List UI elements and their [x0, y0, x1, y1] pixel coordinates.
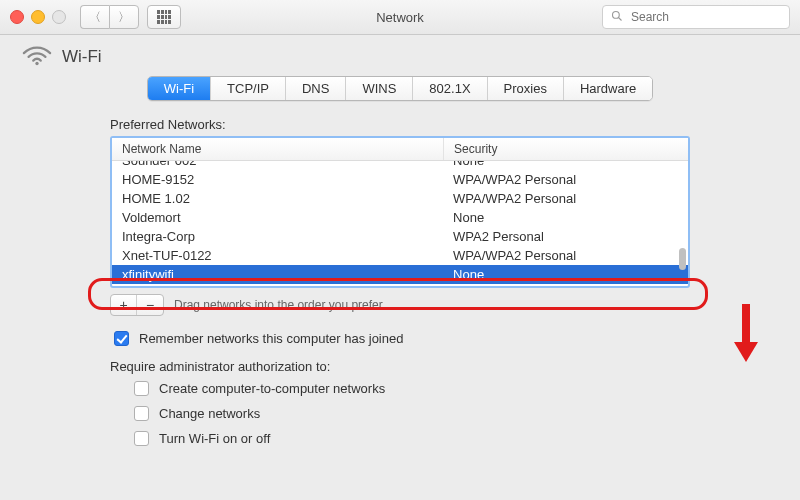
- minimize-window-button[interactable]: [31, 10, 45, 24]
- admin-checkbox[interactable]: [134, 381, 149, 396]
- cell-network-name: xfinitywifi: [112, 267, 443, 282]
- chevron-left-icon: 〈: [89, 9, 101, 26]
- table-row[interactable]: HOME 1.02WPA/WPA2 Personal: [112, 189, 688, 208]
- cell-security: None: [443, 161, 688, 168]
- pane-header: Wi-Fi: [22, 43, 800, 70]
- column-security[interactable]: Security: [444, 138, 688, 160]
- admin-checkbox-label[interactable]: Change networks: [159, 406, 260, 421]
- cell-security: WPA/WPA2 Personal: [443, 191, 688, 206]
- svg-point-2: [35, 62, 38, 65]
- cell-security: WPA/WPA2 Personal: [443, 172, 688, 187]
- cell-security: None: [443, 267, 688, 282]
- cell-network-name: Xnet-TUF-0122: [112, 248, 443, 263]
- pane-title: Wi-Fi: [62, 47, 102, 67]
- content: Wi-Fi Wi-FiTCP/IPDNSWINS802.1XProxiesHar…: [0, 35, 800, 449]
- table-actions: + − Drag networks into the order you pre…: [110, 294, 690, 316]
- window-controls: [10, 10, 66, 24]
- zoom-window-button[interactable]: [52, 10, 66, 24]
- svg-line-1: [619, 17, 622, 20]
- remember-networks-label[interactable]: Remember networks this computer has join…: [139, 331, 403, 346]
- tab-tcp-ip[interactable]: TCP/IP: [211, 77, 286, 100]
- table-row[interactable]: Integra-CorpWPA2 Personal: [112, 227, 688, 246]
- close-window-button[interactable]: [10, 10, 24, 24]
- cell-security: WPA/WPA2 Personal: [443, 248, 688, 263]
- cell-security: WPA2 Personal: [443, 229, 688, 244]
- table-header: Network Name Security: [112, 138, 688, 161]
- add-network-button[interactable]: +: [111, 295, 137, 315]
- table-row[interactable]: xfinitywifiNone: [112, 265, 688, 284]
- chevron-right-icon: 〉: [118, 9, 130, 26]
- search-field[interactable]: [602, 5, 790, 29]
- tab-hardware[interactable]: Hardware: [564, 77, 652, 100]
- tab-dns[interactable]: DNS: [286, 77, 346, 100]
- admin-checkbox[interactable]: [134, 406, 149, 421]
- forward-button[interactable]: 〉: [109, 5, 139, 29]
- cell-network-name: HOME-9152: [112, 172, 443, 187]
- table-row[interactable]: HOME-9152WPA/WPA2 Personal: [112, 170, 688, 189]
- table-body: Sounder 002NoneHOME-9152WPA/WPA2 Persona…: [112, 161, 688, 286]
- cell-security: None: [443, 210, 688, 225]
- nav-buttons: 〈 〉: [80, 5, 139, 29]
- preferred-networks-table[interactable]: Network Name Security Sounder 002NoneHOM…: [110, 136, 690, 288]
- table-row[interactable]: Sounder 002None: [112, 161, 688, 170]
- drag-hint: Drag networks into the order you prefer.: [174, 298, 385, 312]
- admin-checkbox-label[interactable]: Turn Wi-Fi on or off: [159, 431, 270, 446]
- remember-networks-checkbox[interactable]: [114, 331, 129, 346]
- wifi-icon: [22, 43, 52, 70]
- search-input[interactable]: [629, 9, 781, 25]
- cell-network-name: HOME 1.02: [112, 191, 443, 206]
- search-icon: [611, 10, 623, 25]
- tab-wins[interactable]: WINS: [346, 77, 413, 100]
- svg-point-0: [613, 11, 620, 18]
- admin-checkbox-label[interactable]: Create computer-to-computer networks: [159, 381, 385, 396]
- scrollbar[interactable]: [678, 140, 686, 284]
- admin-check-row: Create computer-to-computer networks: [130, 378, 800, 399]
- cell-network-name: Voldemort: [112, 210, 443, 225]
- admin-checkbox[interactable]: [134, 431, 149, 446]
- remove-network-button[interactable]: −: [137, 295, 163, 315]
- table-row[interactable]: VoldemortNone: [112, 208, 688, 227]
- show-all-button[interactable]: [147, 5, 181, 29]
- titlebar: 〈 〉 Network: [0, 0, 800, 35]
- preferred-networks-label: Preferred Networks:: [110, 117, 800, 132]
- require-admin-label: Require administrator authorization to:: [110, 359, 800, 374]
- column-network-name[interactable]: Network Name: [112, 138, 444, 160]
- admin-check-row: Change networks: [130, 403, 800, 424]
- tab-802-1x[interactable]: 802.1X: [413, 77, 487, 100]
- back-button[interactable]: 〈: [80, 5, 109, 29]
- cell-network-name: Integra-Corp: [112, 229, 443, 244]
- scrollbar-thumb[interactable]: [679, 248, 686, 270]
- tab-bar: Wi-FiTCP/IPDNSWINS802.1XProxiesHardware: [0, 76, 800, 101]
- remember-networks-row: Remember networks this computer has join…: [110, 328, 800, 349]
- admin-check-row: Turn Wi-Fi on or off: [130, 428, 800, 449]
- cell-network-name: Sounder 002: [112, 161, 443, 168]
- tab-wi-fi[interactable]: Wi-Fi: [148, 77, 211, 100]
- table-row[interactable]: Xnet-TUF-0122WPA/WPA2 Personal: [112, 246, 688, 265]
- grid-icon: [157, 10, 171, 24]
- tab-proxies[interactable]: Proxies: [488, 77, 564, 100]
